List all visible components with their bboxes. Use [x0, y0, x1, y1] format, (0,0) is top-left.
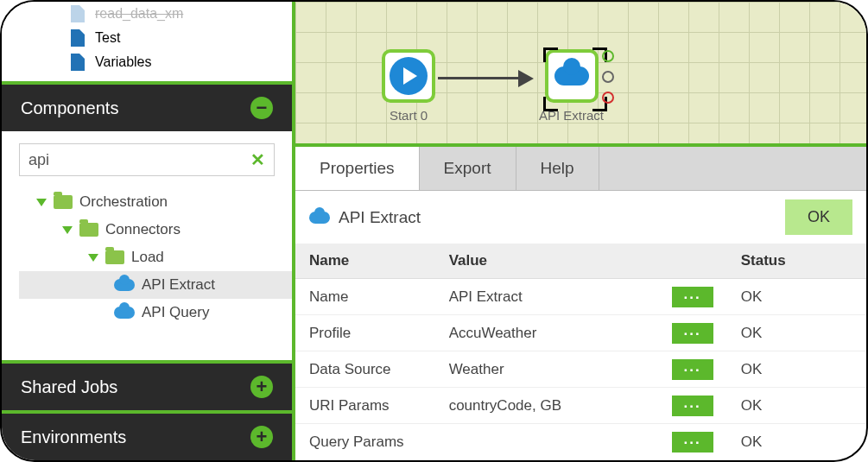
cloud-icon [309, 212, 330, 224]
job-label: Test [95, 30, 120, 46]
component-tree: Orchestration Connectors Load API Extrac… [2, 188, 292, 342]
node-label: Start 0 [382, 108, 435, 123]
edit-button[interactable]: ... [672, 323, 713, 344]
file-icon [71, 29, 85, 47]
clear-search-icon[interactable]: ✕ [250, 149, 265, 170]
tree-item-orchestration[interactable]: Orchestration [19, 188, 292, 216]
components-body: ✕ Orchestration Connectors Load [2, 131, 292, 360]
table-row[interactable]: Data SourceWeather...OK [295, 351, 866, 388]
prop-name: Query Params [295, 424, 435, 460]
unconditional-port-icon[interactable] [602, 71, 614, 83]
tree-item-load[interactable]: Load [19, 244, 292, 271]
prop-name: URI Params [295, 388, 435, 424]
job-item[interactable]: Test [2, 26, 292, 50]
connector-arrow-icon [518, 70, 534, 87]
folder-icon [79, 223, 98, 237]
table-row[interactable]: Query Params...OK [295, 424, 866, 460]
chevron-down-icon [36, 199, 47, 206]
expand-icon[interactable]: + [250, 426, 273, 448]
file-icon [71, 5, 85, 22]
job-item[interactable]: Variables [2, 50, 292, 74]
tree-label: Load [131, 249, 164, 266]
job-item[interactable]: read_data_xm [2, 2, 292, 26]
expand-icon[interactable]: + [250, 376, 273, 398]
col-status: Status [727, 244, 866, 279]
tab-properties[interactable]: Properties [295, 147, 420, 190]
tree-label: API Extract [142, 276, 215, 294]
prop-status: OK [727, 388, 866, 424]
node-api-extract[interactable]: API Extract [539, 49, 604, 123]
prop-status: OK [727, 424, 866, 460]
table-row[interactable]: URI ParamscountryCode, GB...OK [295, 388, 866, 424]
node-status-ports [602, 50, 614, 104]
job-list: read_data_xm Test Variables [2, 2, 292, 81]
table-row[interactable]: ProfileAccuWeather...OK [295, 315, 866, 351]
prop-value [435, 424, 658, 460]
cloud-icon [114, 279, 135, 291]
properties-table: Name Value Status NameAPI Extract...OKPr… [295, 244, 866, 460]
edit-button[interactable]: ... [672, 432, 713, 453]
section-title: Environments [21, 427, 126, 447]
chevron-down-icon [88, 254, 98, 262]
edit-button[interactable]: ... [672, 287, 713, 307]
prop-name: Profile [295, 315, 435, 351]
tree-label: API Query [142, 304, 209, 321]
shared-jobs-header[interactable]: Shared Jobs + [2, 360, 292, 410]
col-edit [658, 244, 727, 279]
connector-line [438, 77, 524, 79]
environments-header[interactable]: Environments + [2, 410, 292, 460]
prop-name: Data Source [295, 351, 435, 388]
tree-label: Connectors [105, 221, 181, 238]
prop-value: API Extract [435, 279, 658, 315]
workflow-canvas[interactable]: Start 0 API Extract [295, 2, 866, 147]
tab-export[interactable]: Export [420, 147, 516, 190]
prop-name: Name [295, 279, 435, 315]
collapse-icon[interactable]: − [250, 97, 273, 119]
folder-icon [105, 250, 124, 264]
file-icon [71, 54, 85, 71]
prop-value: Weather [435, 351, 658, 388]
node-label: API Extract [539, 108, 604, 123]
prop-value: countryCode, GB [435, 388, 658, 424]
job-label: read_data_xm [95, 6, 183, 22]
tree-label: Orchestration [79, 193, 168, 211]
cloud-icon [554, 66, 589, 85]
tree-item-api-query[interactable]: API Query [19, 299, 292, 326]
prop-status: OK [727, 351, 866, 388]
table-row[interactable]: NameAPI Extract...OK [295, 279, 866, 315]
search-box[interactable]: ✕ [19, 143, 275, 176]
prop-status: OK [727, 315, 866, 351]
node-start[interactable]: Start 0 [382, 49, 435, 123]
status-badge: OK [785, 199, 852, 235]
tab-help[interactable]: Help [516, 147, 599, 190]
panel-title: API Extract [339, 208, 776, 227]
cloud-icon [114, 307, 135, 319]
section-title: Shared Jobs [21, 377, 117, 397]
job-label: Variables [95, 54, 152, 70]
components-header[interactable]: Components − [2, 81, 292, 131]
panel-tabs: Properties Export Help [295, 147, 866, 191]
edit-button[interactable]: ... [672, 359, 713, 380]
search-input[interactable] [29, 151, 250, 169]
edit-button[interactable]: ... [672, 396, 713, 416]
play-icon [390, 57, 428, 95]
panel-header: API Extract OK [295, 191, 866, 244]
folder-icon [54, 195, 73, 209]
prop-status: OK [727, 279, 866, 315]
col-name: Name [295, 244, 435, 279]
section-title: Components [21, 98, 118, 118]
col-value: Value [435, 244, 658, 279]
failure-port-icon[interactable] [602, 92, 614, 104]
chevron-down-icon [62, 226, 73, 234]
prop-value: AccuWeather [435, 315, 658, 351]
success-port-icon[interactable] [602, 50, 614, 62]
tree-item-api-extract[interactable]: API Extract [19, 271, 292, 299]
tree-item-connectors[interactable]: Connectors [19, 216, 292, 244]
